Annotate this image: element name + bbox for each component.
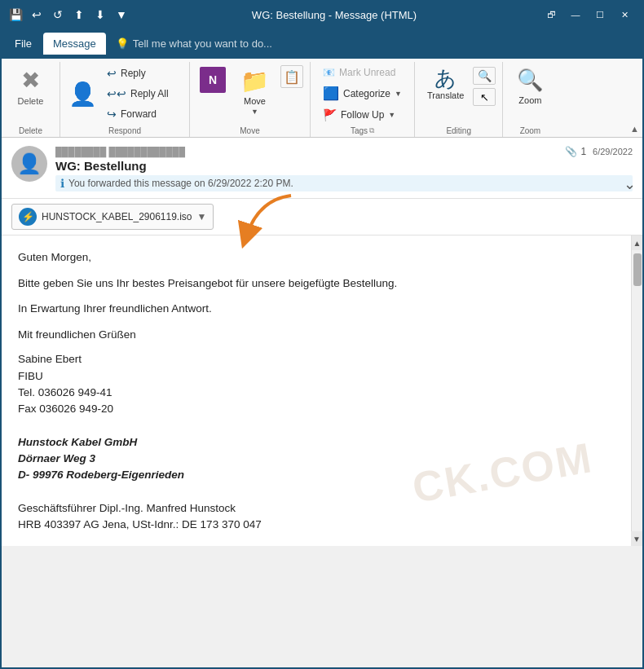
scroll-down-btn[interactable]: ▼ [631, 531, 642, 546]
mark-unread-button[interactable]: 📧 Mark Unread [317, 64, 408, 81]
follow-up-button[interactable]: 🚩 Follow Up ▼ [317, 105, 408, 125]
search-ribbon-icon[interactable]: 🔍 [473, 67, 496, 85]
move-icon: 📁 [240, 68, 269, 95]
save-icon[interactable]: 💾 [8, 7, 23, 22]
tags-group-label: Tags [351, 126, 368, 137]
scroll-thumb[interactable] [633, 253, 642, 286]
sig-fax: Fax 036026 949-20 [18, 401, 615, 417]
ribbon-move-content: N 📁 Move ▼ 📋 [196, 64, 303, 125]
body-line2: In Erwartung Ihrer freundlichen Antwort. [18, 300, 615, 318]
forward-button[interactable]: ↪ Forward [101, 104, 183, 124]
body-line1: Bitte geben Sie uns Ihr bestes Preisange… [18, 275, 615, 293]
ribbon-group-move: N 📁 Move ▼ 📋 Move [190, 62, 311, 137]
ribbon-respond-content: 👤 ↩ Reply ↩↩ Reply All ↪ Forward [67, 64, 183, 125]
redo-icon[interactable]: ↺ [51, 7, 65, 22]
menu-message[interactable]: Message [43, 33, 106, 55]
translate-label: Translate [427, 90, 464, 101]
attachment-chip[interactable]: ⚡ HUNSTOCK_KABEL_2906119.iso ▼ [11, 204, 214, 230]
title-bar-icons: 💾 ↩ ↺ ⬆ ⬇ ▼ [8, 7, 129, 22]
sig-address1: Dörnaer Weg 3 [18, 451, 615, 467]
zoom-group-label: Zoom [520, 126, 541, 137]
reply-icon: ↩ [107, 67, 117, 80]
ribbon-group-tags: 📧 Mark Unread 🟦 Categorize ▼ 🚩 Follow Up… [311, 62, 415, 137]
move-label: Move [244, 96, 266, 106]
menu-file[interactable]: File [5, 33, 42, 55]
email-date: 6/29/2022 [593, 147, 633, 156]
download-icon[interactable]: ⬇ [93, 7, 108, 22]
attachment-badge: 📎 1 [565, 146, 586, 157]
ribbon-delete-content: ✖ Delete [8, 64, 53, 125]
sig-dept: FIBU [18, 368, 615, 385]
attachment-count: 1 [580, 146, 586, 157]
attachment-name: HUNSTOCK_KABEL_2906119.iso [42, 211, 192, 222]
attachment-dropdown-icon[interactable]: ▼ [197, 211, 207, 222]
reply-all-button[interactable]: ↩↩ Reply All [101, 84, 183, 103]
delete-label: Delete [18, 96, 44, 106]
reply-button[interactable]: ↩ Reply [101, 64, 183, 83]
editing-group-label: Editing [446, 126, 471, 137]
info-icon: ℹ [60, 177, 64, 190]
lightbulb-icon: 💡 [116, 37, 129, 50]
forwarded-notice: ℹ You forwarded this message on 6/29/202… [55, 175, 633, 191]
minimize-btn[interactable]: — [564, 7, 587, 23]
follow-up-icon: 🚩 [323, 108, 337, 121]
forward-icon: ↪ [107, 108, 117, 121]
scroll-up-btn[interactable]: ▲ [632, 235, 643, 250]
window-title: WG: Bestellung - Message (HTML) [129, 9, 540, 21]
ribbon-zoom-content: 🔍 Zoom [509, 64, 550, 125]
paperclip-icon: 📎 [565, 146, 577, 157]
ribbon-group-editing: あ Translate 🔍 ↖ Editing [415, 62, 503, 137]
scroll-track: ▲ ▼ [631, 235, 642, 546]
ribbon-group-respond: 👤 ↩ Reply ↩↩ Reply All ↪ Forward [60, 62, 190, 137]
mark-unread-icon: 📧 [323, 67, 335, 78]
categorize-label: Categorize [343, 88, 390, 99]
dropdown-icon[interactable]: ▼ [114, 7, 129, 22]
closing: Mit freundlichen Grüßen [18, 326, 615, 344]
reply-all-label: Reply All [130, 88, 169, 99]
delete-icon: ✖ [21, 67, 40, 94]
cursor-icon[interactable]: ↖ [473, 88, 496, 106]
ribbon: ✖ Delete Delete 👤 ↩ Reply ↩↩ Reply All [2, 59, 642, 138]
window-controls: 🗗 — ☐ ✕ [540, 7, 636, 23]
sender-name: ████████ ████████████ [55, 147, 185, 156]
close-btn[interactable]: ✕ [613, 7, 636, 23]
zoom-icon: 🔍 [517, 68, 543, 93]
reply-label: Reply [121, 68, 146, 79]
ribbon-group-zoom: 🔍 Zoom Zoom [503, 62, 557, 137]
attachment-type-icon: ⚡ [19, 208, 37, 226]
forward-label: Forward [121, 108, 157, 120]
delete-button[interactable]: ✖ Delete [8, 64, 53, 109]
move-group-label: Move [240, 126, 259, 137]
translate-button[interactable]: あ Translate [421, 64, 470, 105]
sig-name: Sabine Ebert [18, 351, 615, 368]
upload-icon[interactable]: ⬆ [72, 7, 86, 22]
sig-tel: Tel. 036026 949-41 [18, 385, 615, 401]
categorize-button[interactable]: 🟦 Categorize ▼ [317, 82, 408, 104]
mark-unread-label: Mark Unread [339, 67, 395, 78]
maximize-btn[interactable]: ☐ [589, 7, 611, 23]
move-button[interactable]: 📁 Move ▼ [232, 64, 277, 120]
greeting: Guten Morgen, [18, 249, 615, 266]
tags-expand-icon[interactable]: ⧉ [369, 126, 374, 135]
undo-icon[interactable]: ↩ [29, 7, 44, 22]
reply-all-icon: ↩↩ [107, 87, 126, 100]
restore-down-btn[interactable]: 🗗 [540, 7, 562, 23]
tell-me-input[interactable] [133, 37, 280, 50]
collapse-ribbon-btn[interactable]: ▲ [627, 122, 642, 135]
title-bar-left: 💾 ↩ ↺ ⬆ ⬇ ▼ [8, 7, 129, 22]
tell-me-box[interactable]: 💡 [116, 37, 280, 50]
expand-button[interactable]: ⌄ [624, 175, 636, 193]
sig-company: Hunstock Kabel GmbH [18, 434, 615, 451]
sig-address2: D- 99976 Rodeberg-Eigenrieden [18, 467, 615, 483]
email-meta: ████████ ████████████ 📎 1 6/29/2022 WG: … [55, 146, 633, 191]
email-body: Guten Morgen, Bitte geben Sie uns Ihr be… [2, 235, 631, 546]
attachment-area: ⚡ HUNSTOCK_KABEL_2906119.iso ▼ [2, 199, 642, 235]
follow-up-label: Follow Up [341, 109, 384, 121]
avatar: 👤 [11, 146, 47, 182]
translate-icon: あ [434, 68, 457, 89]
more-move-btn[interactable]: 📋 [280, 65, 303, 88]
sender-row: ████████ ████████████ 📎 1 6/29/2022 [55, 146, 633, 157]
email-subject: WG: Bestellung [55, 159, 633, 173]
zoom-button[interactable]: 🔍 Zoom [509, 64, 550, 109]
ribbon-tags-content: 📧 Mark Unread 🟦 Categorize ▼ 🚩 Follow Up… [317, 64, 408, 125]
